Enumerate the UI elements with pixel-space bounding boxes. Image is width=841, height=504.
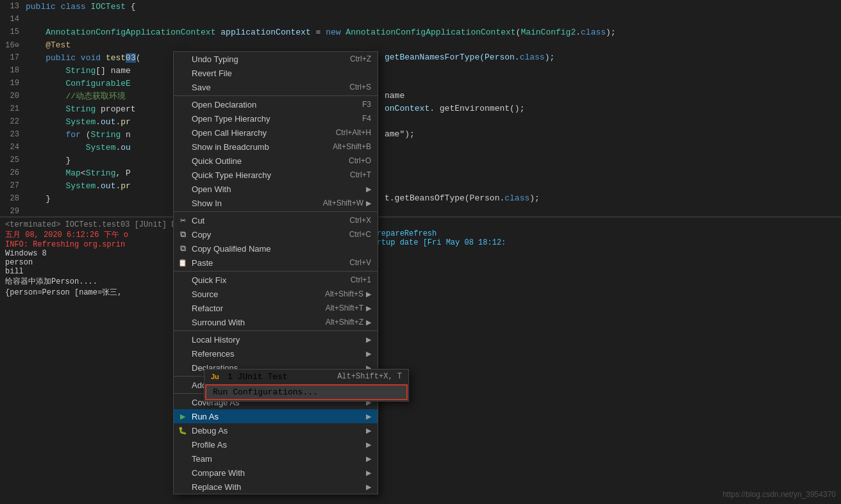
copy-qualified-icon: ⧉ <box>178 243 188 254</box>
code-right-continuation: getBeanNamesForType(Person.class); name … <box>385 26 554 205</box>
junit-icon: Ju <box>211 373 224 380</box>
watermark: https://blog.csdn.net/yn_3954370 <box>722 490 836 499</box>
run-configs-label: Run Configurations... <box>213 387 400 397</box>
menu-open-with[interactable]: Open With ▶ <box>174 182 378 196</box>
menu-quick-outline[interactable]: Quick Outline Ctrl+O <box>174 154 378 168</box>
junit-test-label: 1 JUnit Test <box>228 372 337 382</box>
menu-show-in-breadcrumb[interactable]: Show in Breadcrumb Alt+Shift+B <box>174 140 378 154</box>
separator-4 <box>174 330 378 331</box>
separator-3 <box>174 271 378 272</box>
menu-compare-with[interactable]: Compare With ▶ <box>174 466 378 480</box>
menu-refactor[interactable]: Refactor Alt+Shift+T ▶ <box>174 301 378 315</box>
menu-paste[interactable]: 📋 Paste Ctrl+V <box>174 256 378 270</box>
code-editor[interactable]: 13 public class IOCTest { 14 15 Annotati… <box>0 0 841 218</box>
menu-source[interactable]: Source Alt+Shift+S ▶ <box>174 287 378 301</box>
console-header: <terminated> IOCTest.test03 [JUnit] D:\j… <box>5 220 836 229</box>
menu-team[interactable]: Team ▶ <box>174 451 378 466</box>
cut-icon: ✂ <box>178 215 188 225</box>
menu-cut[interactable]: ✂ Cut Ctrl+X <box>174 213 378 227</box>
menu-run-as[interactable]: ▶ Run As ▶ <box>174 409 378 423</box>
menu-undo-typing[interactable]: Undo Typing Ctrl+Z <box>174 52 378 66</box>
menu-profile-as[interactable]: Profile As ▶ <box>174 437 378 451</box>
menu-replace-with[interactable]: Replace With ▶ <box>174 480 378 494</box>
menu-copy[interactable]: ⧉ Copy Ctrl+C <box>174 227 378 241</box>
menu-surround-with[interactable]: Surround With Alt+Shift+Z ▶ <box>174 315 378 329</box>
code-line-13: 13 public class IOCTest { <box>0 0 841 13</box>
menu-quick-fix[interactable]: Quick Fix Ctrl+1 <box>174 273 378 287</box>
debug-as-icon: 🐛 <box>178 425 188 435</box>
menu-open-type-hierarchy[interactable]: Open Type Hierarchy F4 <box>174 111 378 126</box>
code-line-14: 14 <box>0 13 841 26</box>
menu-open-declaration[interactable]: Open Declaration F3 <box>174 97 378 111</box>
separator-2 <box>174 211 378 212</box>
separator-1 <box>174 95 378 96</box>
menu-local-history[interactable]: Local History ▶ <box>174 332 378 346</box>
menu-debug-as[interactable]: 🐛 Debug As ▶ <box>174 423 378 437</box>
menu-revert-file[interactable]: Revert File <box>174 66 378 80</box>
submenu-run-configurations[interactable]: Run Configurations... <box>205 384 408 400</box>
run-as-submenu: Ju 1 JUnit Test Alt+Shift+X, T Run Confi… <box>204 369 409 402</box>
menu-open-call-hierarchy[interactable]: Open Call Hierarchy Ctrl+Alt+H <box>174 126 378 140</box>
paste-icon: 📋 <box>178 257 188 268</box>
menu-copy-qualified[interactable]: ⧉ Copy Qualified Name <box>174 241 378 256</box>
submenu-junit-test[interactable]: Ju 1 JUnit Test Alt+Shift+X, T <box>204 370 408 384</box>
menu-references[interactable]: References ▶ <box>174 346 378 361</box>
menu-quick-type-hierarchy[interactable]: Quick Type Hierarchy Ctrl+T <box>174 168 378 182</box>
code-line-29: 29 <box>0 205 841 218</box>
console-left: 五月 08, 2020 6:12:26 下午 o INFO: Refreshin… <box>5 229 178 298</box>
menu-save[interactable]: Save Ctrl+S <box>174 80 378 94</box>
run-as-icon: ▶ <box>178 411 188 421</box>
menu-show-in[interactable]: Show In Alt+Shift+W ▶ <box>174 196 378 210</box>
context-menu: Undo Typing Ctrl+Z Revert File Save Ctrl… <box>173 51 378 494</box>
junit-test-shortcut: Alt+Shift+X, T <box>337 372 402 381</box>
copy-icon: ⧉ <box>178 229 188 240</box>
bottom-panel: <terminated> IOCTest.test03 [JUnit] D:\j… <box>0 218 841 504</box>
console-output: <terminated> IOCTest.test03 [JUnit] D:\j… <box>0 218 841 486</box>
